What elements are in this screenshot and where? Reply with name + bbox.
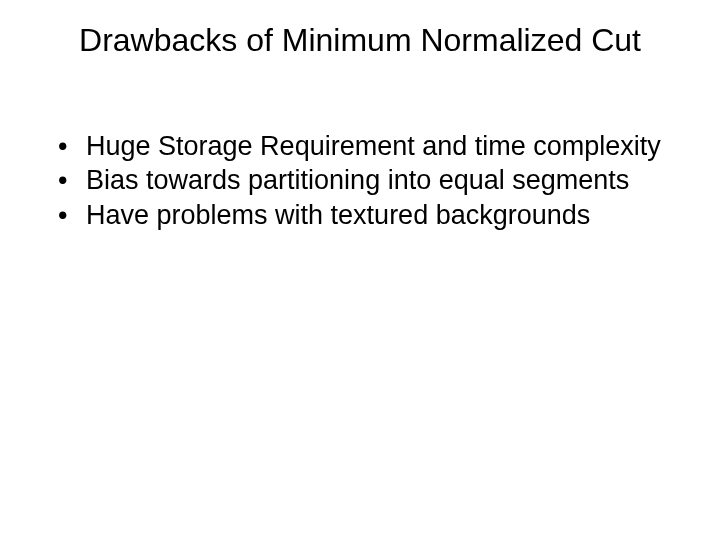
bullet-text: Bias towards partitioning into equal seg… [86, 164, 680, 196]
list-item: • Bias towards partitioning into equal s… [52, 164, 680, 196]
slide-body: • Huge Storage Requirement and time comp… [52, 130, 680, 233]
bullet-icon: • [52, 199, 86, 231]
bullet-text: Have problems with textured backgrounds [86, 199, 680, 231]
slide-title: Drawbacks of Minimum Normalized Cut [0, 22, 720, 59]
list-item: • Have problems with textured background… [52, 199, 680, 231]
slide: Drawbacks of Minimum Normalized Cut • Hu… [0, 0, 720, 540]
bullet-icon: • [52, 164, 86, 196]
bullet-text: Huge Storage Requirement and time comple… [86, 130, 680, 162]
list-item: • Huge Storage Requirement and time comp… [52, 130, 680, 162]
bullet-icon: • [52, 130, 86, 162]
